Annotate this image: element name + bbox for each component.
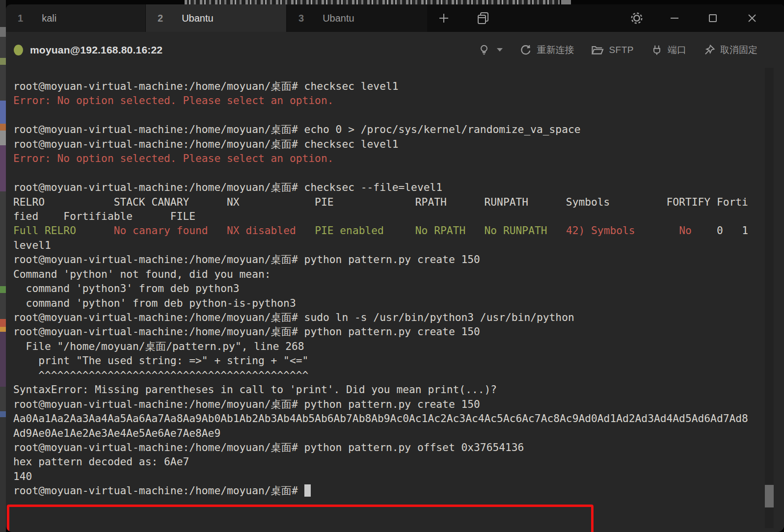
sftp-label: SFTP	[609, 45, 634, 55]
new-tab-button[interactable]	[432, 4, 456, 32]
reconnect-button[interactable]: 重新连接	[519, 44, 574, 56]
terminal-line: root@moyuan-virtual-machine:/home/moyuan…	[13, 137, 784, 151]
tab-label: Ubantu	[182, 13, 214, 24]
session-title: moyuan@192.168.80.16:22	[30, 44, 162, 56]
terminal-line: root@moyuan-virtual-machine:/home/moyuan…	[13, 483, 784, 498]
pin-icon	[703, 44, 716, 56]
tab-label: kali	[42, 13, 56, 24]
plus-icon	[437, 12, 450, 25]
plug-icon	[650, 44, 663, 56]
refresh-icon	[519, 44, 532, 56]
terminal-text-segment	[384, 224, 415, 237]
terminal-line: root@moyuan-virtual-machine:/home/moyuan…	[13, 180, 784, 194]
terminal-text-segment: root@moyuan-virtual-machine:/home/moyuan…	[13, 398, 480, 410]
terminal-text-segment: PIE enabled	[315, 224, 384, 237]
terminal-text-segment: root@moyuan-virtual-machine:/home/moyuan…	[13, 123, 581, 135]
terminal-line: File "/home/moyuan/桌面/pattern.py", line …	[13, 339, 784, 353]
terminal-line: root@moyuan-virtual-machine:/home/moyuan…	[13, 310, 784, 324]
tab-number: 2	[158, 13, 163, 24]
terminal-text-segment: Command 'python' not found, did you mean…	[13, 268, 271, 280]
terminal-line	[13, 108, 784, 122]
close-icon	[746, 12, 758, 24]
terminal-line: Command 'python' not found, did you mean…	[13, 267, 784, 281]
terminal-text-segment: No	[679, 224, 692, 237]
terminal-text-segment: 140	[13, 470, 32, 482]
lightbulb-icon	[478, 44, 490, 56]
session-bar: moyuan@192.168.80.16:22 重新连接	[6, 32, 784, 68]
terminal-text-segment: root@moyuan-virtual-machine:/home/moyuan…	[13, 80, 399, 92]
unpin-label: 取消固定	[720, 44, 757, 56]
reconnect-label: 重新连接	[537, 44, 574, 56]
terminal-text-segment: command 'python3' from deb python3	[13, 282, 240, 294]
tab-ubantu-active[interactable]: 2 Ubantu	[146, 4, 286, 32]
folder-icon	[591, 43, 604, 57]
terminal-text-segment: No RPATH	[415, 224, 465, 237]
terminal-line: fied Fortifiable FILE	[13, 209, 784, 223]
port-button[interactable]: 端口	[650, 44, 686, 56]
terminal-line: command 'python' from deb python-is-pyth…	[13, 296, 784, 310]
maximize-button[interactable]	[701, 4, 725, 32]
terminal-line: root@moyuan-virtual-machine:/home/moyuan…	[13, 397, 784, 411]
terminal-text-segment	[296, 224, 315, 237]
sftp-button[interactable]: SFTP	[591, 43, 634, 57]
terminal-text-segment	[465, 224, 484, 237]
scrollbar-thumb[interactable]	[765, 485, 774, 507]
terminal-text-segment: level1	[13, 239, 51, 251]
terminal-line: Error: No option selected. Please select…	[13, 93, 784, 107]
terminal-text-segment: hex pattern decoded as: 6Ae7	[13, 455, 189, 468]
scrollbar-track[interactable]	[765, 68, 774, 528]
terminal-line: print "The used string: =>" + string + "…	[13, 353, 784, 368]
terminal-text-segment: command 'python' from deb python-is-pyth…	[13, 297, 296, 309]
minimize-button[interactable]	[663, 4, 686, 32]
terminal-output[interactable]: root@moyuan-virtual-machine:/home/moyuan…	[6, 68, 784, 532]
annotation-highlight-box	[7, 505, 594, 532]
settings-button[interactable]	[625, 4, 649, 32]
terminal-text-segment: root@moyuan-virtual-machine:/home/moyuan…	[13, 138, 399, 150]
gear-icon	[629, 11, 644, 26]
terminal-line: ^^^^^^^^^^^^^^^^^^^^^^^^^^^^^^^^^^^^^^^^…	[13, 368, 784, 382]
layers-icon	[475, 10, 491, 26]
terminal-text-segment: Full RELRO	[13, 224, 76, 237]
session-list-button[interactable]	[471, 4, 495, 32]
background-window-sliver	[185, 0, 390, 4]
tab-number: 1	[18, 13, 23, 24]
connection-status-dot	[14, 45, 23, 55]
terminal-text-segment: root@moyuan-virtual-machine:/home/moyuan…	[13, 311, 574, 323]
terminal-text-segment: root@moyuan-virtual-machine:/home/moyuan…	[13, 325, 480, 338]
chevron-down-icon	[497, 48, 503, 52]
tab-bar: 1 kali 2 Ubantu 3 Ubantu	[6, 4, 784, 32]
terminal-line: Aa0Aa1Aa2Aa3Aa4Aa5Aa6Aa7Aa8Aa9Ab0Ab1Ab2A…	[13, 411, 784, 426]
screen: 1 kali 2 Ubantu 3 Ubantu	[0, 0, 784, 532]
minimize-icon	[669, 12, 680, 24]
terminal-lines: root@moyuan-virtual-machine:/home/moyuan…	[13, 79, 784, 498]
terminal-line: command 'python3' from deb python3	[13, 281, 784, 295]
terminal-text-segment: File "/home/moyuan/桌面/pattern.py", line …	[13, 340, 304, 352]
tab-kali[interactable]: 1 kali	[6, 4, 145, 32]
terminal-text-segment: Aa0Aa1Aa2Aa3Aa4Aa5Aa6Aa7Aa8Aa9Ab0Ab1Ab2A…	[13, 412, 748, 425]
terminal-text-segment: ^^^^^^^^^^^^^^^^^^^^^^^^^^^^^^^^^^^^^^^^…	[13, 369, 308, 381]
terminal-text-segment: fied Fortifiable FILE	[13, 210, 195, 222]
terminal-line: root@moyuan-virtual-machine:/home/moyuan…	[13, 79, 784, 93]
terminal-line: 140	[13, 469, 784, 483]
terminal-line: root@moyuan-virtual-machine:/home/moyuan…	[13, 440, 784, 454]
unpin-button[interactable]: 取消固定	[703, 44, 757, 56]
terminal-line: Full RELRO No canary found NX disabled P…	[13, 223, 784, 238]
session-actions: 重新连接 SFTP 端口	[478, 32, 757, 68]
terminal-line: root@moyuan-virtual-machine:/home/moyuan…	[13, 252, 784, 266]
background-window-sliver	[391, 0, 560, 4]
terminal-text-segment: RELRO STACK CANARY NX PIE RPATH RUNPATH …	[13, 196, 748, 208]
terminal-text-segment: 42) Symbols	[566, 224, 635, 237]
terminal-text-segment: 0 1	[692, 224, 748, 237]
terminal-text-segment: Error: No option selected. Please select…	[13, 152, 333, 164]
hint-dropdown-button[interactable]	[478, 44, 503, 56]
terminal-line: RELRO STACK CANARY NX PIE RPATH RUNPATH …	[13, 195, 784, 209]
close-button[interactable]	[740, 4, 764, 32]
terminal-cursor	[304, 484, 311, 497]
terminal-text-segment	[547, 224, 566, 237]
maximize-icon	[707, 12, 719, 24]
terminal-text-segment: root@moyuan-virtual-machine:/home/moyuan…	[13, 441, 524, 453]
background-window-edge	[0, 0, 6, 532]
terminal-text-segment: root@moyuan-virtual-machine:/home/moyuan…	[13, 253, 480, 266]
terminal-text-segment: No canary found	[114, 224, 208, 237]
tab-ubantu-2[interactable]: 3 Ubantu	[287, 4, 427, 32]
